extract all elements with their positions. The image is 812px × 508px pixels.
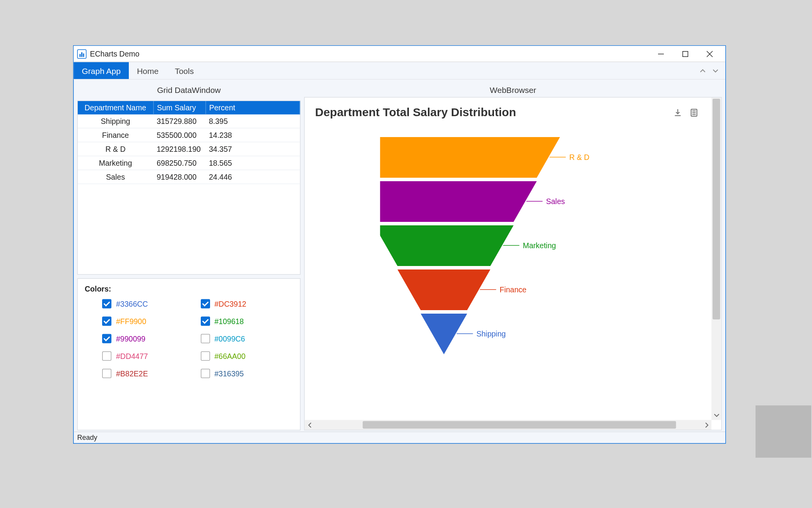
horizontal-scrollbar[interactable] (305, 420, 712, 430)
cell-sum-salary: 1292198.190 (153, 142, 205, 156)
table-row[interactable]: Marketing698250.75018.565 (78, 156, 300, 170)
titlebar: ECharts Demo (74, 46, 726, 62)
color-hex-label: #316395 (214, 369, 244, 378)
cell-percent: 24.446 (205, 170, 300, 184)
svg-rect-1 (683, 51, 688, 57)
cell-sum-salary: 698250.750 (153, 156, 205, 170)
checkbox-icon[interactable] (102, 317, 111, 326)
tab-home[interactable]: Home (129, 62, 167, 79)
color-hex-label: #3366CC (116, 299, 148, 308)
horizontal-scrollbar-thumb[interactable] (363, 421, 676, 429)
cell-department: Shipping (78, 115, 153, 128)
color-option[interactable]: #66AA00 (200, 352, 293, 361)
data-grid: Department Name Sum Salary Percent Shipp… (78, 101, 300, 184)
table-row[interactable]: R & D1292198.19034.357 (78, 142, 300, 156)
checkbox-icon[interactable] (102, 369, 111, 378)
tab-graph-app[interactable]: Graph App (74, 62, 129, 79)
segment-name: R & D (569, 153, 590, 162)
color-option[interactable]: #3366CC (102, 299, 195, 309)
colors-label: Colors: (85, 285, 293, 293)
vertical-scrollbar-thumb[interactable] (713, 99, 720, 319)
scroll-down-icon[interactable] (711, 410, 721, 420)
color-hex-label: #DC3912 (214, 299, 246, 308)
cell-sum-salary: 535500.000 (153, 128, 205, 142)
grid-datawindow[interactable]: Department Name Sum Salary Percent Shipp… (77, 101, 301, 275)
color-hex-label: #109618 (214, 317, 244, 326)
ribbon-tabs: Graph App Home Tools (74, 62, 726, 80)
color-hex-label: #66AA00 (214, 352, 245, 360)
browser-panel-title: WebBrowser (304, 83, 722, 97)
checkbox-icon[interactable] (200, 352, 210, 361)
funnel-segment[interactable] (398, 269, 491, 310)
left-column: Grid DataWindow Department Name Sum Sala… (77, 83, 301, 431)
table-row[interactable]: Shipping315729.8808.395 (78, 115, 300, 128)
download-icon[interactable] (672, 106, 684, 119)
cell-sum-salary: 919428.000 (153, 170, 205, 184)
funnel-chart: Department Total Salary Distribution R &… (305, 98, 711, 419)
content-area: Grid DataWindow Department Name Sum Sala… (77, 83, 722, 431)
cell-department: Marketing (78, 156, 153, 170)
checkbox-icon[interactable] (200, 317, 210, 326)
col-header-sum-salary[interactable]: Sum Salary (153, 101, 205, 115)
checkbox-icon[interactable] (102, 352, 111, 361)
window-maximize-button[interactable] (673, 46, 697, 62)
funnel-segment[interactable] (380, 181, 537, 222)
color-hex-label: #B82E2E (116, 369, 148, 378)
app-icon (77, 49, 87, 58)
col-header-department[interactable]: Department Name (78, 101, 153, 115)
cell-percent: 14.238 (205, 128, 300, 142)
scroll-left-icon[interactable] (305, 420, 315, 430)
checkbox-icon[interactable] (102, 299, 111, 309)
cell-department: Finance (78, 128, 153, 142)
cell-sum-salary: 315729.880 (153, 115, 205, 128)
window-minimize-button[interactable] (649, 46, 673, 62)
color-option[interactable]: #B82E2E (102, 369, 195, 378)
color-hex-label: #FF9900 (116, 317, 146, 326)
cell-department: R & D (78, 142, 153, 156)
table-row[interactable]: Finance535500.00014.238 (78, 128, 300, 142)
color-hex-label: #DD4477 (116, 352, 148, 360)
color-option[interactable]: #DC3912 (200, 299, 293, 309)
window-title: ECharts Demo (90, 50, 140, 58)
checkbox-icon[interactable] (102, 334, 111, 343)
vertical-scrollbar[interactable] (711, 98, 721, 420)
cell-percent: 18.565 (205, 156, 300, 170)
window-close-button[interactable] (697, 46, 722, 62)
decorative-shadow (756, 405, 811, 458)
table-row[interactable]: Sales919428.00024.446 (78, 170, 300, 184)
app-window: ECharts Demo Graph App Home Tools (73, 45, 726, 444)
checkbox-icon[interactable] (200, 369, 210, 378)
color-hex-label: #990099 (116, 334, 145, 343)
data-view-icon[interactable] (688, 106, 701, 119)
status-bar: Ready (74, 432, 726, 443)
checkbox-icon[interactable] (200, 334, 210, 343)
color-option[interactable]: #FF9900 (102, 317, 195, 326)
ribbon-collapse-up-button[interactable] (696, 62, 709, 79)
scroll-right-icon[interactable] (702, 420, 712, 430)
color-option[interactable]: #990099 (102, 334, 195, 343)
color-hex-label: #0099C6 (214, 334, 245, 343)
funnel-segment[interactable] (380, 137, 560, 178)
funnel-segment[interactable] (421, 314, 467, 354)
cell-department: Sales (78, 170, 153, 184)
funnel-segment[interactable] (380, 225, 514, 266)
tab-tools[interactable]: Tools (167, 62, 202, 79)
webbrowser-panel: Department Total Salary Distribution R &… (304, 97, 722, 431)
grid-panel-title: Grid DataWindow (77, 83, 301, 97)
status-text: Ready (77, 433, 97, 441)
checkbox-icon[interactable] (200, 299, 210, 309)
color-option[interactable]: #316395 (200, 369, 293, 378)
color-option[interactable]: #0099C6 (200, 334, 293, 343)
cell-percent: 8.395 (205, 115, 300, 128)
colors-panel: Colors: #3366CC#DC3912#FF9900#109618#990… (77, 278, 301, 431)
col-header-percent[interactable]: Percent (205, 101, 300, 115)
chart-title: Department Total Salary Distribution (315, 106, 516, 119)
cell-percent: 34.357 (205, 142, 300, 156)
ribbon-expand-down-button[interactable] (709, 62, 722, 79)
color-option[interactable]: #DD4477 (102, 352, 195, 361)
right-column: WebBrowser Department Total Salary Distr… (304, 83, 722, 431)
color-option[interactable]: #109618 (200, 317, 293, 326)
